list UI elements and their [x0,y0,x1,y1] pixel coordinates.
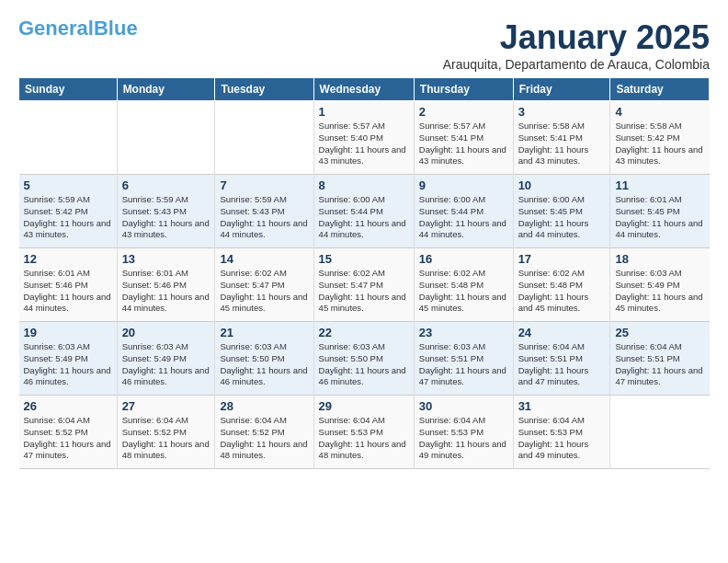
calendar-subtitle: Arauquita, Departamento de Arauca, Colom… [443,57,710,72]
col-sunday: Sunday [19,78,118,101]
day-info: Sunrise: 6:01 AM Sunset: 5:46 PM Dayligh… [24,268,112,315]
day-info: Sunrise: 6:04 AM Sunset: 5:52 PM Dayligh… [122,415,210,462]
day-number: 19 [24,326,112,339]
col-monday: Monday [117,78,215,101]
calendar-cell-w3-d5: 16Sunrise: 6:02 AM Sunset: 5:48 PM Dayli… [414,248,513,322]
day-number: 3 [518,105,606,119]
day-info: Sunrise: 6:00 AM Sunset: 5:45 PM Dayligh… [518,194,606,241]
calendar-cell-w4-d7: 25Sunrise: 6:04 AM Sunset: 5:51 PM Dayli… [610,322,710,396]
col-tuesday: Tuesday [215,78,313,101]
calendar-week-1: 1Sunrise: 5:57 AM Sunset: 5:40 PM Daylig… [19,101,710,175]
calendar-cell-w5-d7 [610,396,710,469]
calendar-cell-w1-d4: 1Sunrise: 5:57 AM Sunset: 5:40 PM Daylig… [313,101,414,175]
calendar-cell-w4-d4: 22Sunrise: 6:03 AM Sunset: 5:50 PM Dayli… [313,322,414,396]
logo: GeneralBlue [18,18,138,39]
calendar-cell-w5-d6: 31Sunrise: 6:04 AM Sunset: 5:53 PM Dayli… [513,396,610,469]
day-info: Sunrise: 5:59 AM Sunset: 5:42 PM Dayligh… [24,194,112,241]
day-info: Sunrise: 6:04 AM Sunset: 5:53 PM Dayligh… [518,415,606,462]
day-info: Sunrise: 6:04 AM Sunset: 5:52 PM Dayligh… [220,415,308,462]
day-number: 25 [615,326,704,339]
day-info: Sunrise: 6:03 AM Sunset: 5:49 PM Dayligh… [122,341,210,388]
day-info: Sunrise: 6:03 AM Sunset: 5:49 PM Dayligh… [615,268,704,315]
day-number: 23 [419,326,508,339]
day-number: 29 [319,399,409,413]
calendar-cell-w1-d7: 4Sunrise: 5:58 AM Sunset: 5:42 PM Daylig… [610,101,710,175]
calendar-week-3: 12Sunrise: 6:01 AM Sunset: 5:46 PM Dayli… [19,248,710,322]
day-info: Sunrise: 6:00 AM Sunset: 5:44 PM Dayligh… [419,194,508,241]
day-info: Sunrise: 6:03 AM Sunset: 5:49 PM Dayligh… [24,341,112,388]
calendar-cell-w3-d7: 18Sunrise: 6:03 AM Sunset: 5:49 PM Dayli… [610,248,710,322]
day-number: 26 [24,399,112,413]
day-info: Sunrise: 5:59 AM Sunset: 5:43 PM Dayligh… [122,194,210,241]
calendar-cell-w3-d2: 13Sunrise: 6:01 AM Sunset: 5:46 PM Dayli… [117,248,215,322]
day-info: Sunrise: 6:00 AM Sunset: 5:44 PM Dayligh… [319,194,409,241]
calendar-cell-w4-d3: 21Sunrise: 6:03 AM Sunset: 5:50 PM Dayli… [215,322,313,396]
day-info: Sunrise: 6:04 AM Sunset: 5:51 PM Dayligh… [615,341,704,388]
day-info: Sunrise: 5:58 AM Sunset: 5:42 PM Dayligh… [615,121,704,167]
calendar-cell-w1-d2 [117,101,215,175]
day-number: 22 [319,326,409,339]
day-number: 4 [615,105,704,119]
day-number: 6 [122,178,210,192]
calendar-cell-w3-d6: 17Sunrise: 6:02 AM Sunset: 5:48 PM Dayli… [513,248,610,322]
calendar-cell-w1-d3 [215,101,313,175]
calendar-cell-w5-d1: 26Sunrise: 6:04 AM Sunset: 5:52 PM Dayli… [19,396,118,469]
calendar-cell-w5-d3: 28Sunrise: 6:04 AM Sunset: 5:52 PM Dayli… [215,396,313,469]
col-friday: Friday [513,78,610,101]
day-number: 28 [220,399,308,413]
day-info: Sunrise: 6:01 AM Sunset: 5:45 PM Dayligh… [615,194,704,241]
logo-text: GeneralBlue [18,18,138,39]
day-info: Sunrise: 6:04 AM Sunset: 5:53 PM Dayligh… [419,415,508,462]
day-info: Sunrise: 6:04 AM Sunset: 5:51 PM Dayligh… [518,341,606,388]
day-number: 20 [122,326,210,339]
calendar-cell-w2-d6: 10Sunrise: 6:00 AM Sunset: 5:45 PM Dayli… [513,175,610,248]
day-number: 30 [419,399,508,413]
day-number: 14 [220,252,308,266]
calendar-cell-w3-d4: 15Sunrise: 6:02 AM Sunset: 5:47 PM Dayli… [313,248,414,322]
calendar-table: Sunday Monday Tuesday Wednesday Thursday… [18,77,710,469]
day-number: 10 [518,178,606,192]
day-info: Sunrise: 6:02 AM Sunset: 5:48 PM Dayligh… [419,268,508,315]
day-info: Sunrise: 6:03 AM Sunset: 5:51 PM Dayligh… [419,341,508,388]
day-number: 12 [24,252,112,266]
col-saturday: Saturday [610,78,710,101]
day-info: Sunrise: 6:02 AM Sunset: 5:48 PM Dayligh… [518,268,606,315]
day-number: 16 [419,252,508,266]
day-info: Sunrise: 6:03 AM Sunset: 5:50 PM Dayligh… [220,341,308,388]
calendar-cell-w1-d6: 3Sunrise: 5:58 AM Sunset: 5:41 PM Daylig… [513,101,610,175]
day-info: Sunrise: 6:02 AM Sunset: 5:47 PM Dayligh… [220,268,308,315]
day-number: 17 [518,252,606,266]
day-number: 21 [220,326,308,339]
day-number: 1 [319,105,409,119]
day-number: 9 [419,178,508,192]
day-number: 2 [419,105,508,119]
calendar-cell-w1-d1 [19,101,118,175]
logo-general: General [18,17,94,40]
calendar-cell-w1-d5: 2Sunrise: 5:57 AM Sunset: 5:41 PM Daylig… [414,101,513,175]
calendar-cell-w2-d1: 5Sunrise: 5:59 AM Sunset: 5:42 PM Daylig… [19,175,118,248]
day-info: Sunrise: 6:04 AM Sunset: 5:53 PM Dayligh… [319,415,409,462]
page-header: GeneralBlue January 2025 Arauquita, Depa… [18,18,710,72]
day-info: Sunrise: 6:04 AM Sunset: 5:52 PM Dayligh… [24,415,112,462]
day-number: 13 [122,252,210,266]
title-block: January 2025 Arauquita, Departamento de … [443,18,710,72]
calendar-week-2: 5Sunrise: 5:59 AM Sunset: 5:42 PM Daylig… [19,175,710,248]
day-number: 24 [518,326,606,339]
day-number: 8 [319,178,409,192]
day-info: Sunrise: 6:02 AM Sunset: 5:47 PM Dayligh… [319,268,409,315]
col-wednesday: Wednesday [313,78,414,101]
calendar-cell-w2-d5: 9Sunrise: 6:00 AM Sunset: 5:44 PM Daylig… [414,175,513,248]
day-number: 27 [122,399,210,413]
day-info: Sunrise: 5:57 AM Sunset: 5:40 PM Dayligh… [319,121,409,167]
calendar-cell-w2-d2: 6Sunrise: 5:59 AM Sunset: 5:43 PM Daylig… [117,175,215,248]
calendar-cell-w2-d7: 11Sunrise: 6:01 AM Sunset: 5:45 PM Dayli… [610,175,710,248]
calendar-title: January 2025 [443,18,710,57]
calendar-cell-w4-d2: 20Sunrise: 6:03 AM Sunset: 5:49 PM Dayli… [117,322,215,396]
calendar-week-4: 19Sunrise: 6:03 AM Sunset: 5:49 PM Dayli… [19,322,710,396]
calendar-cell-w5-d5: 30Sunrise: 6:04 AM Sunset: 5:53 PM Dayli… [414,396,513,469]
calendar-cell-w5-d2: 27Sunrise: 6:04 AM Sunset: 5:52 PM Dayli… [117,396,215,469]
day-number: 31 [518,399,606,413]
col-thursday: Thursday [414,78,513,101]
calendar-cell-w4-d6: 24Sunrise: 6:04 AM Sunset: 5:51 PM Dayli… [513,322,610,396]
day-number: 15 [319,252,409,266]
